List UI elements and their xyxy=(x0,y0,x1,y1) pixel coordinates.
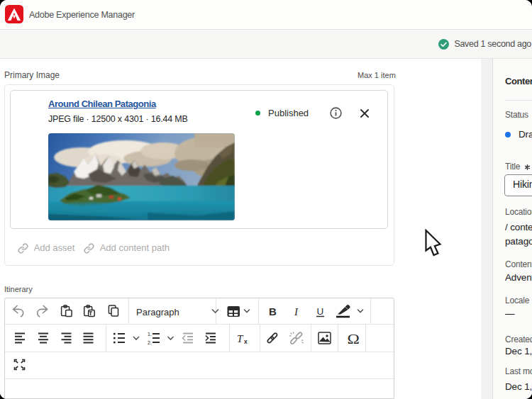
svg-text:B: B xyxy=(269,305,277,317)
svg-text:1.: 1. xyxy=(148,332,152,337)
svg-text:x: x xyxy=(244,338,248,345)
svg-text:2.: 2. xyxy=(148,340,152,345)
svg-text:U: U xyxy=(317,306,324,317)
svg-text:T: T xyxy=(237,333,244,344)
svg-text:I: I xyxy=(294,306,299,317)
svg-text:Ω: Ω xyxy=(348,332,360,347)
